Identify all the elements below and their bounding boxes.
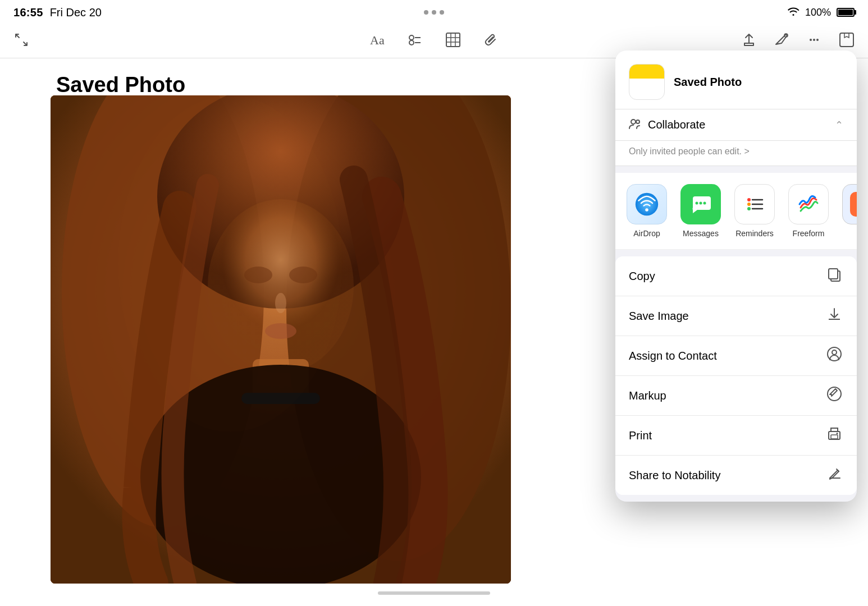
action-save-image[interactable]: Save Image	[615, 296, 857, 336]
svg-rect-5	[446, 33, 460, 47]
action-print[interactable]: Print	[615, 416, 857, 456]
print-label: Print	[629, 429, 825, 442]
freeform-icon-img	[788, 184, 829, 224]
toolbar-left	[13, 32, 29, 51]
app-icon-freeform[interactable]: Freeform	[786, 184, 831, 238]
svg-point-29	[636, 120, 639, 123]
app-icon-reminders[interactable]: Reminders	[732, 184, 777, 238]
font-icon[interactable]: Aa	[369, 32, 385, 51]
svg-point-47	[832, 350, 837, 355]
svg-point-12	[813, 39, 815, 41]
collaborate-row[interactable]: Collaborate ⌃	[615, 109, 857, 141]
airdrop-label: AirDrop	[633, 229, 660, 238]
status-bar: 16:55 Fri Dec 20 100%	[0, 0, 868, 25]
action-assign-contact[interactable]: Assign to Contact	[615, 336, 857, 376]
dot-2	[432, 10, 436, 15]
svg-point-35	[747, 198, 751, 201]
checklist-icon[interactable]	[407, 32, 423, 51]
page-title: Saved Photo	[56, 73, 185, 97]
battery-icon	[837, 8, 855, 17]
svg-point-3	[409, 40, 414, 45]
copy-icon	[825, 267, 843, 286]
more-icon[interactable]	[806, 32, 822, 51]
app-icon-cropped[interactable]: C C	[840, 184, 857, 238]
collapse-icon[interactable]	[13, 32, 29, 51]
dot-3	[440, 10, 444, 15]
action-list: Copy Save Image Assign to Contact	[615, 256, 857, 495]
svg-point-37	[747, 203, 751, 206]
svg-point-13	[816, 39, 819, 41]
collaborate-chevron: ⌃	[835, 119, 843, 131]
cropped-icon-img: C	[842, 184, 857, 224]
invited-arrow[interactable]: >	[744, 146, 749, 156]
reminders-label: Reminders	[735, 229, 774, 238]
status-dots	[424, 10, 444, 15]
freeform-label: Freeform	[793, 229, 825, 238]
toolbar-right	[741, 32, 855, 51]
markup-icon	[825, 386, 843, 405]
share-icon[interactable]	[741, 32, 757, 51]
svg-point-31	[696, 202, 698, 205]
save-image-icon	[825, 306, 843, 325]
messages-icon-img	[680, 184, 721, 224]
svg-rect-50	[831, 435, 838, 439]
assign-contact-icon	[825, 346, 843, 365]
messages-label: Messages	[683, 229, 719, 238]
svg-text:Aa: Aa	[370, 33, 385, 47]
status-right: 100%	[787, 7, 855, 19]
reminders-icon-img	[734, 184, 775, 224]
copy-label: Copy	[629, 270, 825, 283]
photo-area	[51, 95, 511, 584]
invited-text: Only invited people can edit.	[629, 146, 742, 156]
save-image-label: Save Image	[629, 310, 825, 323]
toolbar-center: Aa	[369, 32, 499, 51]
action-copy[interactable]: Copy	[615, 256, 857, 296]
bottom-indicator	[378, 591, 490, 595]
invited-text-area: Only invited people can edit. >	[615, 141, 857, 166]
notability-icon	[825, 466, 843, 485]
svg-point-1	[409, 35, 414, 40]
share-header: Saved Photo	[615, 50, 857, 109]
compose-icon[interactable]	[839, 32, 855, 51]
battery-percentage: 100%	[805, 7, 831, 19]
svg-rect-14	[840, 33, 853, 47]
svg-rect-45	[829, 269, 838, 279]
svg-point-51	[837, 433, 838, 434]
collaborate-label: Collaborate	[648, 118, 828, 131]
app-icons-row: AirDrop Messages	[615, 173, 857, 250]
svg-point-11	[810, 39, 812, 41]
action-notability[interactable]: Share to Notability	[615, 456, 857, 495]
wifi-icon	[787, 7, 800, 19]
svg-rect-42	[850, 192, 857, 217]
print-icon	[825, 426, 843, 445]
markup-label: Markup	[629, 389, 825, 402]
battery-fill	[838, 10, 853, 15]
dot-1	[424, 10, 428, 15]
svg-point-28	[631, 120, 636, 124]
photo-background	[51, 95, 511, 584]
collaborate-icon	[629, 117, 641, 132]
attachment-icon[interactable]	[483, 32, 499, 51]
airdrop-icon-img	[627, 184, 667, 224]
app-icon-messages[interactable]: Messages	[678, 184, 723, 238]
svg-point-32	[700, 202, 702, 205]
notability-label: Share to Notability	[629, 469, 825, 482]
pen-icon[interactable]	[774, 32, 789, 51]
svg-point-39	[747, 207, 751, 210]
action-markup[interactable]: Markup	[615, 376, 857, 416]
assign-contact-label: Assign to Contact	[629, 350, 825, 362]
share-sheet: Saved Photo Collaborate ⌃ Only invited p…	[615, 50, 857, 502]
status-date: Fri Dec 20	[50, 6, 102, 19]
share-title: Saved Photo	[674, 76, 742, 89]
svg-point-33	[703, 202, 706, 205]
app-icon-airdrop[interactable]: AirDrop	[624, 184, 669, 238]
status-time: 16:55	[13, 6, 43, 19]
note-icon	[629, 64, 665, 100]
table-icon[interactable]	[445, 32, 461, 51]
